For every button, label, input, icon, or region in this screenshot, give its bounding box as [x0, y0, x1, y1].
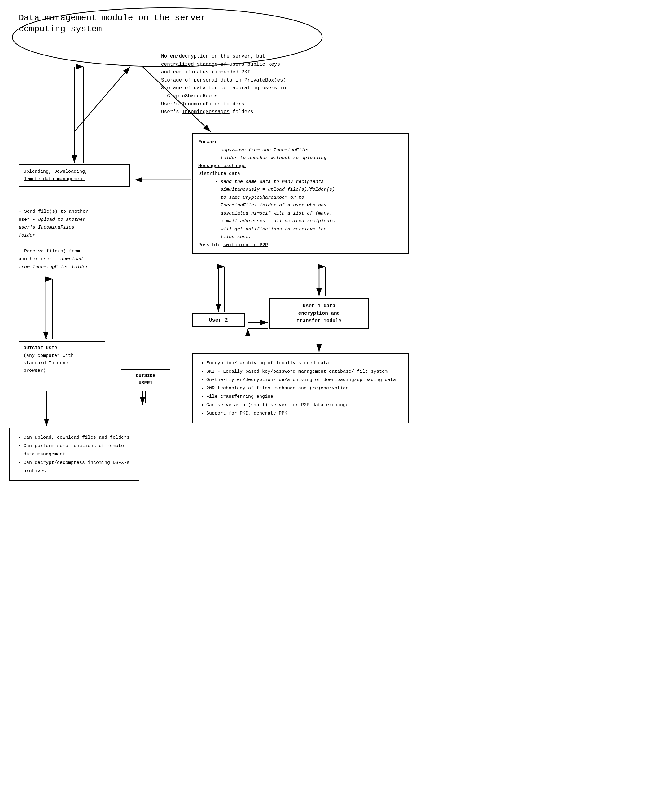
forward-label: Forward [198, 139, 218, 145]
page: Data management module on the server com… [0, 0, 657, 812]
centralized-storage-text: centralized storage of users public keys [161, 61, 378, 69]
private-box-text: PrivateBox(es) [244, 78, 286, 83]
list-item: Can serve as a (small) server for P2P da… [206, 401, 402, 409]
user1-enc-line3: transfer module [297, 318, 341, 324]
outside-user-box: OUTSIDE USER (any computer with standard… [19, 341, 105, 378]
send-receive-description: - Send file(s) to another user - upload … [19, 208, 136, 271]
download-from-text: download from IncomingFiles folder [19, 256, 88, 270]
list-item: 2WR technology of files exchange and (re… [206, 384, 402, 392]
user1-encryption-box: User 1 data encryption and transfer modu… [269, 298, 369, 329]
forward-messages-box: Forward - copy/move from one IncomingFil… [192, 133, 409, 254]
no-encryption-text: No en/decryption on the server, but [161, 54, 265, 59]
outside-user-features-list: Can upload, download files and folders C… [16, 433, 132, 475]
send-files-text: Send file(s) [24, 209, 58, 214]
receive-files-text: Receive file(s) [24, 249, 66, 254]
distribute-data-label: Distribute data [198, 171, 240, 176]
outside-user-desc2: standard Internet [23, 360, 100, 367]
upload-to-text: upload to another user's IncomingFiles f… [19, 217, 86, 238]
outside-user-desc1: (any computer with [23, 352, 100, 360]
incoming-messages-text: IncomingMessages [182, 109, 229, 115]
outside-user1-box: OUTSIDE USER1 [121, 369, 170, 390]
list-item: Support for PKI, generate PPK [206, 409, 402, 418]
outside-user-title: OUTSIDE USER [23, 345, 100, 352]
user1-features-box: Encryption/ archiving of locally stored … [192, 353, 409, 423]
list-item: Can perform some functions of remote dat… [23, 442, 132, 459]
upload-download-box: Uploading, Downloading, Remote data mana… [19, 164, 130, 187]
user2-box: User 2 [192, 313, 245, 327]
outside-user-features-box: Can upload, download files and folders C… [9, 428, 139, 481]
certificates-text: and certificates (imbedded PKI) [161, 69, 254, 75]
user1-enc-line1: User 1 data [303, 303, 335, 309]
title-line1: Data management module on the server [19, 13, 206, 23]
incoming-files-text: IncomingFiles [182, 102, 221, 107]
uploading-text: Uploading [23, 169, 49, 174]
user2-label: User 2 [209, 317, 228, 323]
list-item: Can upload, download files and folders [23, 433, 132, 442]
remote-data-text: Remote data management [23, 176, 85, 182]
title-line2: computing system [19, 24, 102, 34]
server-module-title: Data management module on the server com… [19, 12, 206, 35]
outside-user-desc3: browser) [23, 367, 100, 375]
downloading-text: Downloading [54, 169, 85, 174]
outside-user1-title2: USER1 [139, 380, 153, 386]
crypto-shared-rooms-text: CryptoSharedRooms [167, 93, 218, 99]
list-item: Can decrypt/decompress incoming DSFX-s a… [23, 459, 132, 475]
list-item: SKI - Locally based key/password managem… [206, 367, 402, 376]
list-item: Encryption/ archiving of locally stored … [206, 359, 402, 367]
user1-enc-line2: encryption and [298, 311, 340, 316]
user1-features-list: Encryption/ archiving of locally stored … [199, 359, 402, 418]
messages-exchange-label: Messages exchange [198, 163, 246, 169]
p2p-switching-text: switching to P2P [223, 242, 268, 248]
list-item: On-the-fly en/decryption/ de/archiving o… [206, 376, 402, 384]
svg-line-23 [74, 67, 130, 132]
list-item: File transferring engine [206, 392, 402, 401]
outside-user1-title: OUTSIDE [135, 373, 155, 379]
server-description: No en/decryption on the server, but cent… [161, 53, 378, 116]
